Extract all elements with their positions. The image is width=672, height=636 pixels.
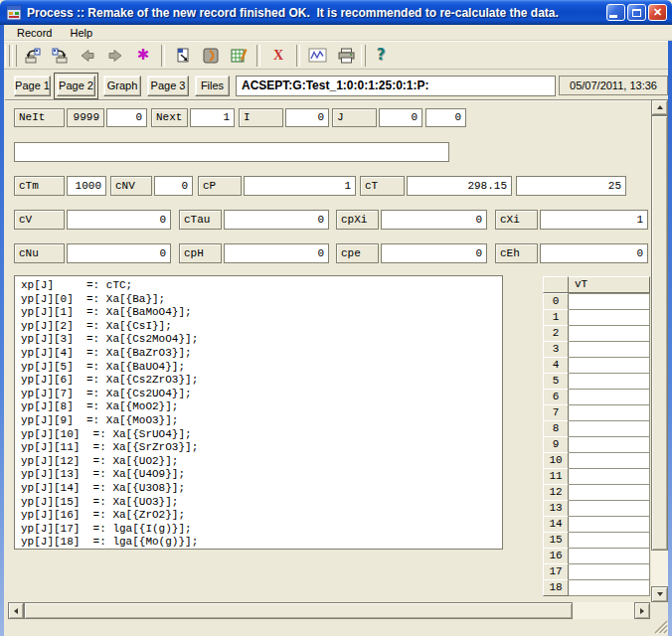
row-index[interactable]: 8	[543, 420, 569, 437]
curve-button[interactable]	[198, 44, 224, 68]
ctm-value-field[interactable]: 1000	[67, 176, 106, 196]
vt-cell[interactable]	[569, 389, 650, 405]
prev-record-button[interactable]	[75, 44, 100, 68]
row-index[interactable]: 10	[543, 452, 569, 469]
minimize-button[interactable]	[606, 4, 625, 21]
scroll-down-button[interactable]	[651, 586, 668, 602]
vt-cell[interactable]	[569, 579, 650, 596]
copy-record-button[interactable]	[170, 44, 196, 68]
cxi-value-field[interactable]: 1	[540, 210, 648, 230]
worksheet-button[interactable]	[226, 44, 252, 68]
row-index[interactable]: 18	[543, 579, 569, 596]
next-value-field[interactable]: 1	[190, 108, 235, 127]
record-id-field[interactable]: ACSEPT:G:Test_1:0:0:1:25:0:1:P:	[236, 76, 556, 96]
vt-cell[interactable]	[569, 563, 650, 580]
vt-cell[interactable]	[569, 309, 650, 326]
tab-page2[interactable]: Page 2	[57, 76, 95, 96]
row-index[interactable]: 2	[543, 325, 569, 342]
horizontal-scrollbar[interactable]	[8, 602, 650, 619]
row2-extra-field[interactable]: 25	[516, 176, 626, 196]
vt-cell[interactable]	[569, 420, 650, 437]
cv-value-field[interactable]: 0	[67, 210, 171, 230]
ctau-value-field[interactable]: 0	[224, 210, 329, 230]
cp-value-field[interactable]: 1	[244, 176, 356, 196]
row-index[interactable]: 5	[543, 373, 569, 390]
j-value-field[interactable]: 0	[379, 108, 422, 127]
cph-value-field[interactable]: 0	[224, 243, 329, 263]
tab-page3[interactable]: Page 3	[147, 76, 189, 96]
row-index[interactable]: 15	[543, 532, 569, 549]
code-editor[interactable]: xp[J] =: cTC; yp[J][0] =: Xa[{Ba}]; yp[J…	[14, 275, 503, 550]
vt-cell[interactable]	[569, 500, 650, 517]
vt-cell[interactable]	[569, 325, 650, 342]
row-index[interactable]: 14	[543, 516, 569, 533]
print-button[interactable]	[333, 44, 359, 68]
next-record-button[interactable]	[102, 44, 128, 68]
row-index[interactable]: 7	[543, 404, 569, 421]
row-index[interactable]: 1	[543, 309, 569, 326]
row-index[interactable]: 0	[543, 293, 569, 310]
vt-table-body: 0123456789101112131415161718	[543, 293, 650, 596]
comment-field[interactable]	[14, 142, 449, 162]
i-value-field[interactable]: 0	[285, 108, 329, 127]
vt-cell[interactable]	[569, 404, 650, 421]
help-button[interactable]: ?	[368, 44, 394, 68]
save-record-button[interactable]	[47, 44, 73, 68]
row-index[interactable]: 16	[543, 548, 569, 564]
vt-cell[interactable]	[569, 532, 650, 549]
vertical-scroll-thumb[interactable]	[651, 115, 668, 551]
recalculate-button[interactable]: ✱	[130, 44, 156, 68]
vertical-scrollbar[interactable]	[651, 99, 668, 602]
save-record-icon	[51, 47, 70, 65]
toolbar-grip[interactable]	[5, 45, 10, 67]
resize-grip-icon[interactable]	[654, 620, 668, 636]
row-index[interactable]: 12	[543, 484, 569, 501]
row-index[interactable]: 4	[543, 357, 569, 374]
cpe-value-field[interactable]: 0	[381, 243, 487, 263]
content-divider	[5, 99, 651, 101]
row-index[interactable]: 11	[543, 468, 569, 485]
scroll-right-button[interactable]	[634, 602, 650, 619]
cpxi-value-field[interactable]: 0	[381, 210, 487, 230]
menu-help[interactable]: Help	[63, 26, 99, 40]
vt-cell[interactable]	[569, 484, 650, 501]
row-index[interactable]: 6	[543, 389, 569, 405]
scroll-up-button[interactable]	[651, 99, 668, 115]
cnu-value-field[interactable]: 0	[67, 243, 171, 263]
row-index[interactable]: 9	[543, 436, 569, 453]
table-row: 6	[543, 389, 650, 405]
toolbar-grip[interactable]	[12, 45, 17, 67]
tab-graph[interactable]: Graph	[103, 76, 141, 96]
neit-extra-field[interactable]: 0	[106, 108, 147, 127]
vt-cell[interactable]	[569, 341, 650, 358]
vt-cell[interactable]	[569, 373, 650, 390]
scroll-left-button[interactable]	[8, 602, 24, 619]
row-index[interactable]: 13	[543, 500, 569, 517]
vt-cell[interactable]	[569, 436, 650, 453]
neit-value-field[interactable]: 9999	[67, 108, 104, 127]
row-index[interactable]: 3	[543, 341, 569, 358]
row-index[interactable]: 17	[543, 563, 569, 580]
vt-cell[interactable]	[569, 468, 650, 485]
vt-cell[interactable]	[569, 293, 650, 310]
horizontal-scroll-thumb[interactable]	[24, 602, 573, 619]
load-record-button[interactable]	[19, 44, 45, 68]
ct-value-field[interactable]: 298.15	[407, 176, 512, 196]
delete-button[interactable]: X	[265, 44, 291, 68]
toolbar-grip[interactable]	[361, 45, 366, 67]
tab-page1[interactable]: Page 1	[14, 76, 51, 96]
vt-cell[interactable]	[569, 452, 650, 469]
chart-button[interactable]	[305, 44, 331, 68]
maximize-button[interactable]	[627, 4, 646, 21]
ceh-value-field[interactable]: 0	[540, 243, 648, 263]
vt-cell[interactable]	[569, 516, 650, 533]
vt-cell[interactable]	[569, 357, 650, 374]
cnv-value-field[interactable]: 0	[154, 176, 193, 196]
tab-files[interactable]: Files	[195, 76, 230, 96]
close-button[interactable]: ✕	[648, 4, 667, 21]
vt-cell[interactable]	[569, 548, 650, 564]
menu-record[interactable]: Record	[10, 26, 59, 40]
row1-extra-field[interactable]: 0	[425, 108, 466, 127]
vt-column-header[interactable]: vT	[569, 276, 650, 293]
j-label: J	[332, 108, 377, 127]
